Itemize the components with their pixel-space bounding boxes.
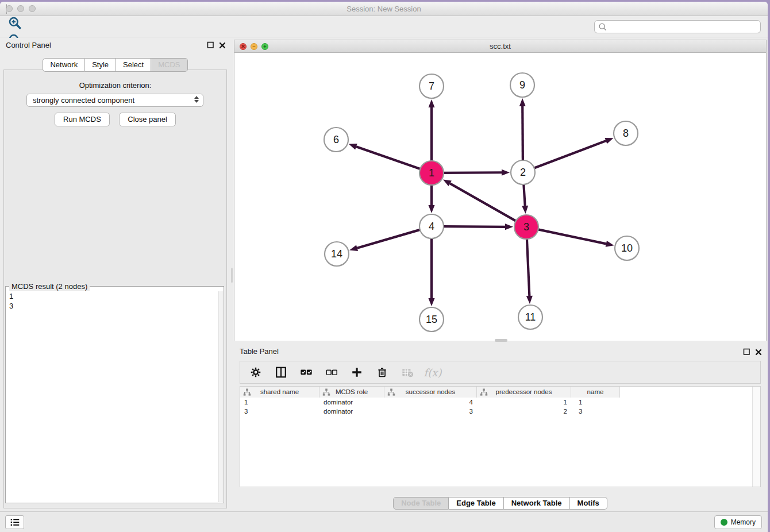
table-cell[interactable]: 1 bbox=[477, 398, 571, 407]
mcds-result-text[interactable]: 1 3 bbox=[9, 291, 217, 500]
tab-mcds[interactable]: MCDS bbox=[151, 58, 187, 72]
graph-edge-1-2[interactable] bbox=[444, 172, 502, 173]
tab-node-table[interactable]: Node Table bbox=[393, 497, 449, 510]
graph-edge-2-9[interactable] bbox=[522, 106, 523, 160]
search-input[interactable] bbox=[608, 21, 760, 33]
app-window: Session: New Session Control Panel Netwo… bbox=[0, 2, 768, 532]
graph-edge-3-11[interactable] bbox=[527, 239, 529, 296]
table-toolbar: f(x) bbox=[240, 361, 761, 384]
mcds-result-title: MCDS result (2 nodes) bbox=[9, 282, 90, 291]
table-panel: Table Panel f(x) shared nameMCDS rolesuc… bbox=[234, 345, 767, 511]
control-panel-tabs: NetworkStyleSelectMCDS bbox=[0, 58, 230, 71]
graph-node-label-1: 1 bbox=[429, 167, 434, 179]
memory-button[interactable]: Memory bbox=[714, 515, 762, 529]
graph-edge-arrowhead bbox=[443, 179, 452, 186]
table-cell[interactable]: 3 bbox=[384, 407, 477, 416]
table-cell[interactable]: 1 bbox=[240, 398, 319, 407]
close-table-panel-icon[interactable] bbox=[755, 349, 762, 356]
table-cell[interactable]: 3 bbox=[571, 407, 620, 416]
memory-label: Memory bbox=[731, 518, 756, 526]
deselect-all-icon[interactable] bbox=[325, 365, 338, 379]
graph-edge-2-3[interactable] bbox=[523, 184, 525, 206]
window-title: Session: New Session bbox=[0, 2, 768, 16]
toolbar-separator bbox=[6, 4, 7, 14]
settings-icon[interactable] bbox=[249, 365, 262, 379]
control-panel-title: Control Panel bbox=[6, 41, 51, 49]
columns-icon[interactable] bbox=[275, 365, 287, 379]
graph-edge-arrowhead bbox=[522, 206, 528, 214]
network-maximize-button[interactable]: + bbox=[261, 43, 268, 50]
memory-status-icon bbox=[721, 519, 727, 526]
column-header-name[interactable]: name bbox=[571, 387, 620, 398]
select-all-icon[interactable] bbox=[300, 365, 313, 379]
table-cell[interactable]: dominator bbox=[319, 407, 384, 416]
tab-network-table[interactable]: Network Table bbox=[504, 497, 570, 510]
graph-node-label-6: 6 bbox=[333, 134, 339, 145]
task-history-button[interactable] bbox=[5, 515, 24, 529]
close-panel-button[interactable]: Close panel bbox=[119, 113, 176, 126]
table-row[interactable]: 3dominator323 bbox=[240, 407, 760, 416]
main-toolbar bbox=[0, 16, 768, 37]
graph-edge-arrowhead bbox=[349, 144, 357, 149]
export-image-icon[interactable] bbox=[3, 2, 26, 4]
tab-edge-table[interactable]: Edge Table bbox=[449, 497, 503, 510]
graph-node-label-11: 11 bbox=[525, 311, 536, 323]
network-minimize-button[interactable]: − bbox=[251, 43, 257, 50]
column-header-predecessor-nodes[interactable]: predecessor nodes bbox=[477, 387, 571, 398]
delete-row-icon[interactable] bbox=[376, 365, 388, 379]
graph-node-label-15: 15 bbox=[426, 314, 437, 325]
maximize-window-button[interactable] bbox=[29, 5, 36, 12]
tab-motifs[interactable]: Motifs bbox=[570, 497, 607, 510]
zoom-in-icon[interactable] bbox=[3, 14, 26, 32]
network-close-button[interactable]: ✕ bbox=[240, 43, 247, 50]
table-cell[interactable]: 4 bbox=[384, 398, 477, 407]
graph-edge-3-10[interactable] bbox=[538, 229, 606, 244]
float-panel-icon[interactable] bbox=[207, 41, 214, 49]
optimization-criterion-dropdown[interactable]: strongly connected component bbox=[26, 94, 203, 107]
dropdown-value: strongly connected component bbox=[33, 96, 134, 105]
graph-node-label-7: 7 bbox=[429, 80, 434, 92]
function-builder-icon: f(x) bbox=[426, 365, 439, 379]
column-header-MCDS-role[interactable]: MCDS role bbox=[319, 387, 384, 398]
status-bar: Memory bbox=[0, 511, 768, 532]
graph-edge-arrowhead bbox=[429, 298, 435, 306]
network-canvas[interactable]: 7968124314101511 bbox=[234, 53, 766, 341]
graph-edge-2-8[interactable] bbox=[534, 141, 606, 168]
tab-select[interactable]: Select bbox=[116, 58, 151, 72]
float-table-panel-icon[interactable] bbox=[743, 348, 750, 356]
network-titlebar[interactable]: ✕ − + scc.txt bbox=[234, 40, 766, 53]
graph-node-label-9: 9 bbox=[519, 79, 525, 91]
splitter-handle-icon bbox=[231, 268, 233, 283]
control-panel: Control Panel NetworkStyleSelectMCDS Opt… bbox=[0, 38, 230, 513]
column-header-shared-name[interactable]: shared name bbox=[240, 387, 319, 398]
control-panel-header: Control Panel bbox=[0, 38, 230, 53]
tab-style[interactable]: Style bbox=[85, 58, 116, 72]
table-cell[interactable]: 3 bbox=[240, 407, 319, 416]
column-header-successor-nodes[interactable]: successor nodes bbox=[384, 387, 477, 398]
result-scrollbar[interactable] bbox=[218, 291, 223, 502]
run-mcds-button[interactable]: Run MCDS bbox=[55, 113, 110, 126]
table-vscrollbar[interactable] bbox=[752, 387, 760, 487]
close-panel-icon[interactable] bbox=[219, 42, 226, 49]
graph-edge-1-6[interactable] bbox=[356, 147, 420, 169]
table-cell[interactable]: 1 bbox=[571, 398, 620, 407]
graph-edge-4-3[interactable] bbox=[444, 226, 505, 227]
graph-node-label-14: 14 bbox=[331, 248, 342, 260]
graph-edge-arrowhead bbox=[519, 98, 526, 106]
table-row[interactable]: 1dominator411 bbox=[240, 398, 760, 407]
network-graph: 7968124314101511 bbox=[234, 53, 766, 341]
graph-edge-4-14[interactable] bbox=[357, 230, 420, 248]
table-cell[interactable]: dominator bbox=[319, 398, 384, 407]
tab-network[interactable]: Network bbox=[43, 58, 85, 72]
network-window: ✕ − + scc.txt 7968124314101511 bbox=[234, 40, 767, 341]
graph-node-label-8: 8 bbox=[623, 128, 629, 139]
graph-edge-3-1[interactable] bbox=[450, 183, 516, 221]
network-hscrollbar[interactable] bbox=[495, 339, 507, 342]
table-cell[interactable]: 2 bbox=[477, 407, 571, 416]
app-titlebar: Session: New Session bbox=[0, 2, 768, 16]
search-icon bbox=[598, 22, 608, 32]
graph-edge-arrowhead bbox=[605, 138, 613, 144]
add-row-icon[interactable] bbox=[351, 365, 363, 379]
search-box bbox=[594, 20, 761, 33]
graph-edge-arrowhead bbox=[429, 99, 435, 107]
